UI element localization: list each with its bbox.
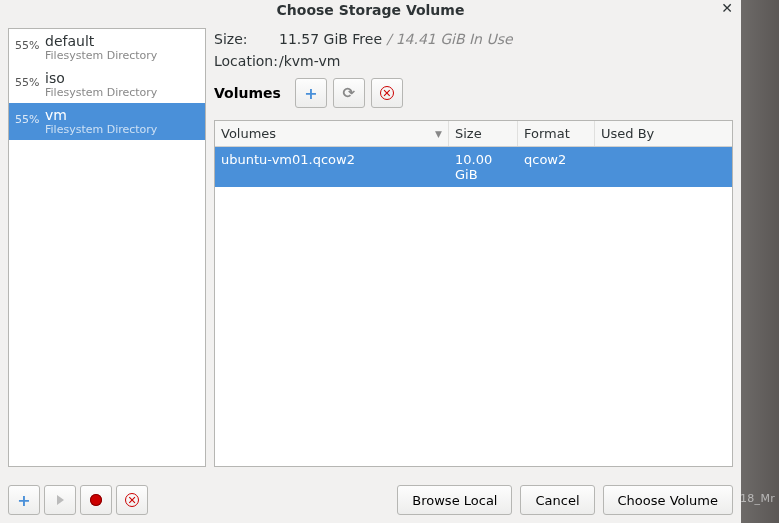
column-used-by[interactable]: Used By (595, 121, 732, 146)
table-body: ubuntu-vm01.qcow2 10.00 GiB qcow2 (215, 147, 732, 466)
size-inuse: / 14.41 GiB In Use (386, 31, 512, 47)
main-area: 55% default Filesystem Directory 55% iso… (0, 20, 741, 475)
pool-info: default Filesystem Directory (45, 33, 157, 62)
column-volumes[interactable]: Volumes ▼ (215, 121, 449, 146)
refresh-icon: ⟳ (343, 84, 356, 102)
dialog-window: Choose Storage Volume ✕ 55% default File… (0, 0, 741, 523)
location-row: Location: /kvm-vm (214, 50, 733, 72)
pool-buttons: + ✕ (8, 485, 148, 515)
refresh-volume-button[interactable]: ⟳ (333, 78, 365, 108)
cell-volume-used-by (595, 147, 732, 187)
column-format-label: Format (524, 126, 570, 141)
volumes-label: Volumes (214, 85, 281, 101)
record-icon (90, 494, 102, 506)
pool-info: vm Filesystem Directory (45, 107, 157, 136)
location-value: /kvm-vm (279, 53, 340, 69)
size-row: Size: 11.57 GiB Free / 14.41 GiB In Use (214, 28, 733, 50)
pool-name: vm (45, 107, 157, 123)
pool-usage-pct: 55% (15, 76, 41, 89)
column-volumes-label: Volumes (221, 126, 276, 141)
pool-name: iso (45, 70, 157, 86)
delete-pool-button[interactable]: ✕ (116, 485, 148, 515)
pool-type: Filesystem Directory (45, 86, 157, 99)
pool-type: Filesystem Directory (45, 49, 157, 62)
pool-type: Filesystem Directory (45, 123, 157, 136)
content-pane: Size: 11.57 GiB Free / 14.41 GiB In Use … (214, 28, 733, 467)
cancel-button[interactable]: Cancel (520, 485, 594, 515)
titlebar: Choose Storage Volume ✕ (0, 0, 741, 20)
size-free: 11.57 GiB Free (279, 31, 382, 47)
close-icon[interactable]: ✕ (721, 0, 733, 16)
add-pool-button[interactable]: + (8, 485, 40, 515)
add-volume-button[interactable]: + (295, 78, 327, 108)
delete-icon: ✕ (125, 493, 139, 507)
volumes-table: Volumes ▼ Size Format Used By ubuntu-vm0… (214, 120, 733, 467)
footer: + ✕ Browse Local Cancel Choose Volume (8, 485, 733, 515)
pool-info: iso Filesystem Directory (45, 70, 157, 99)
pool-item-vm[interactable]: 55% vm Filesystem Directory (9, 103, 205, 140)
choose-volume-button[interactable]: Choose Volume (603, 485, 733, 515)
pool-item-iso[interactable]: 55% iso Filesystem Directory (9, 66, 205, 103)
cell-volume-name: ubuntu-vm01.qcow2 (215, 147, 449, 187)
pool-name: default (45, 33, 157, 49)
column-used-by-label: Used By (601, 126, 654, 141)
plus-icon: + (17, 491, 30, 510)
volumes-toolbar: Volumes + ⟳ ✕ (214, 78, 733, 108)
browse-local-button[interactable]: Browse Local (397, 485, 512, 515)
delete-icon: ✕ (380, 86, 394, 100)
cell-volume-size: 10.00 GiB (449, 147, 518, 187)
pool-usage-pct: 55% (15, 113, 41, 126)
desktop-background (741, 0, 779, 523)
table-row[interactable]: ubuntu-vm01.qcow2 10.00 GiB qcow2 (215, 147, 732, 187)
window-title: Choose Storage Volume (277, 2, 465, 18)
column-format[interactable]: Format (518, 121, 595, 146)
cell-volume-format: qcow2 (518, 147, 595, 187)
delete-volume-button[interactable]: ✕ (371, 78, 403, 108)
sort-indicator-icon: ▼ (435, 129, 442, 139)
plus-icon: + (304, 84, 317, 103)
location-label: Location: (214, 53, 279, 69)
storage-pool-list[interactable]: 55% default Filesystem Directory 55% iso… (8, 28, 206, 467)
column-size[interactable]: Size (449, 121, 518, 146)
size-label: Size: (214, 31, 279, 47)
table-header: Volumes ▼ Size Format Used By (215, 121, 732, 147)
start-pool-button[interactable] (44, 485, 76, 515)
pool-usage-pct: 55% (15, 39, 41, 52)
play-icon (57, 495, 64, 505)
column-size-label: Size (455, 126, 482, 141)
stop-pool-button[interactable] (80, 485, 112, 515)
pool-item-default[interactable]: 55% default Filesystem Directory (9, 29, 205, 66)
dialog-buttons: Browse Local Cancel Choose Volume (397, 485, 733, 515)
